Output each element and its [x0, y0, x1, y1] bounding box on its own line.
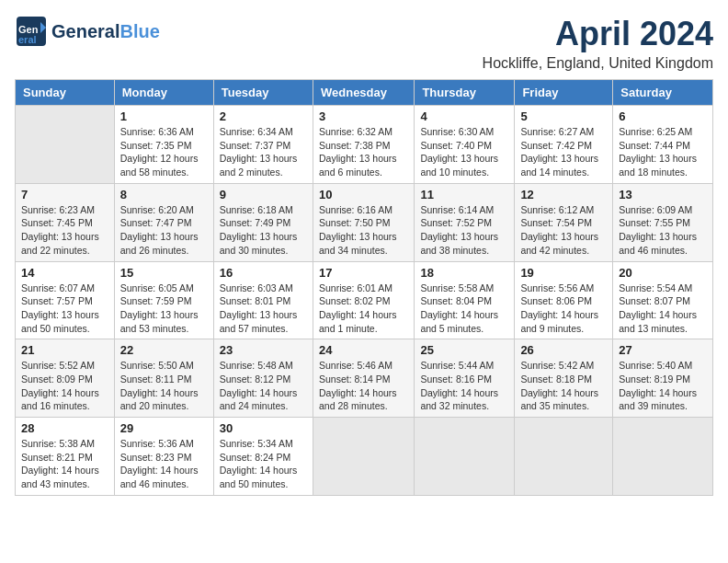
calendar-cell: 29Sunrise: 5:36 AMSunset: 8:23 PMDayligh…	[114, 418, 213, 496]
day-number: 22	[120, 343, 208, 357]
calendar-cell: 25Sunrise: 5:44 AMSunset: 8:16 PMDayligh…	[415, 339, 515, 418]
calendar-cell: 27Sunrise: 5:40 AMSunset: 8:19 PMDayligh…	[613, 339, 713, 418]
title-block: April 2024 Hockliffe, England, United Ki…	[483, 15, 713, 72]
logo-general: General	[51, 21, 119, 41]
sunrise-text: Sunrise: 6:25 AM	[619, 126, 692, 137]
daylight-text: Daylight: 12 hours and 58 minutes.	[120, 153, 199, 178]
header-cell-sunday: Sunday	[16, 80, 115, 106]
sunset-text: Sunset: 8:12 PM	[220, 373, 291, 385]
sunset-text: Sunset: 8:09 PM	[21, 373, 93, 385]
daylight-text: Daylight: 13 hours and 46 minutes.	[619, 231, 697, 256]
sunset-text: Sunset: 8:16 PM	[420, 373, 492, 385]
sunrise-text: Sunrise: 5:54 AM	[619, 282, 692, 293]
week-row-3: 14Sunrise: 6:07 AMSunset: 7:57 PMDayligh…	[16, 261, 713, 339]
day-number: 30	[220, 421, 307, 435]
sunset-text: Sunset: 7:44 PM	[619, 140, 690, 151]
daylight-text: Daylight: 14 hours and 24 minutes.	[220, 387, 298, 412]
day-number: 9	[220, 188, 307, 201]
day-number: 13	[619, 188, 707, 201]
day-info: Sunrise: 5:48 AMSunset: 8:12 PMDaylight:…	[220, 359, 307, 413]
day-info: Sunrise: 6:34 AMSunset: 7:37 PMDaylight:…	[220, 125, 307, 179]
day-number: 12	[520, 188, 607, 201]
header-cell-saturday: Saturday	[613, 80, 713, 106]
header-cell-monday: Monday	[114, 80, 213, 106]
day-number: 28	[21, 421, 108, 435]
daylight-text: Daylight: 14 hours and 50 minutes.	[220, 465, 298, 489]
calendar-cell: 16Sunrise: 6:03 AMSunset: 8:01 PMDayligh…	[213, 261, 313, 339]
sunrise-text: Sunrise: 6:12 AM	[520, 204, 594, 215]
sunrise-text: Sunrise: 6:03 AM	[220, 282, 293, 293]
sunrise-text: Sunrise: 6:34 AM	[220, 126, 293, 137]
sunrise-text: Sunrise: 6:27 AM	[520, 126, 594, 137]
day-info: Sunrise: 6:14 AMSunset: 7:52 PMDaylight:…	[420, 203, 508, 258]
day-info: Sunrise: 6:12 AMSunset: 7:54 PMDaylight:…	[520, 203, 607, 258]
day-info: Sunrise: 6:23 AMSunset: 7:45 PMDaylight:…	[21, 203, 108, 258]
sunset-text: Sunset: 8:21 PM	[21, 452, 93, 463]
day-info: Sunrise: 6:36 AMSunset: 7:35 PMDaylight:…	[120, 125, 208, 179]
sunrise-text: Sunrise: 6:14 AM	[420, 204, 494, 215]
day-info: Sunrise: 5:56 AMSunset: 8:06 PMDaylight:…	[520, 282, 607, 336]
day-number: 3	[319, 109, 408, 123]
daylight-text: Daylight: 13 hours and 57 minutes.	[220, 309, 298, 334]
page-title: April 2024	[483, 15, 713, 53]
daylight-text: Daylight: 13 hours and 18 minutes.	[619, 153, 697, 178]
day-info: Sunrise: 6:16 AMSunset: 7:50 PMDaylight:…	[319, 203, 408, 258]
sunrise-text: Sunrise: 5:48 AM	[220, 360, 293, 371]
sunrise-text: Sunrise: 5:50 AM	[120, 360, 194, 371]
day-info: Sunrise: 5:40 AMSunset: 8:19 PMDaylight:…	[619, 359, 707, 413]
header-cell-tuesday: Tuesday	[213, 80, 313, 106]
calendar-cell: 3Sunrise: 6:32 AMSunset: 7:38 PMDaylight…	[313, 106, 414, 184]
daylight-text: Daylight: 14 hours and 39 minutes.	[619, 387, 697, 412]
header-cell-thursday: Thursday	[415, 80, 515, 106]
calendar-cell	[415, 418, 515, 496]
day-number: 19	[520, 266, 607, 280]
logo-blue: Blue	[119, 21, 159, 41]
calendar-cell: 4Sunrise: 6:30 AMSunset: 7:40 PMDaylight…	[415, 106, 515, 184]
sunset-text: Sunset: 8:06 PM	[520, 295, 592, 306]
sunrise-text: Sunrise: 6:09 AM	[619, 204, 692, 215]
day-info: Sunrise: 6:27 AMSunset: 7:42 PMDaylight:…	[520, 125, 607, 179]
daylight-text: Daylight: 14 hours and 16 minutes.	[21, 387, 99, 412]
daylight-text: Daylight: 13 hours and 2 minutes.	[220, 153, 298, 178]
calendar-cell: 12Sunrise: 6:12 AMSunset: 7:54 PMDayligh…	[515, 183, 613, 261]
header-row: SundayMondayTuesdayWednesdayThursdayFrid…	[16, 80, 713, 106]
sunrise-text: Sunrise: 6:01 AM	[319, 282, 392, 293]
calendar-cell: 9Sunrise: 6:18 AMSunset: 7:49 PMDaylight…	[213, 183, 313, 261]
header-cell-wednesday: Wednesday	[313, 80, 414, 106]
daylight-text: Daylight: 14 hours and 35 minutes.	[520, 387, 598, 412]
sunset-text: Sunset: 7:42 PM	[520, 140, 592, 151]
sunrise-text: Sunrise: 5:38 AM	[21, 438, 95, 449]
daylight-text: Daylight: 13 hours and 53 minutes.	[120, 309, 199, 334]
daylight-text: Daylight: 14 hours and 13 minutes.	[619, 309, 697, 334]
day-number: 27	[619, 343, 707, 357]
sunrise-text: Sunrise: 6:30 AM	[420, 126, 494, 137]
sunset-text: Sunset: 8:02 PM	[319, 295, 391, 306]
daylight-text: Daylight: 13 hours and 10 minutes.	[420, 153, 498, 178]
calendar-cell	[613, 418, 713, 496]
day-info: Sunrise: 5:50 AMSunset: 8:11 PMDaylight:…	[120, 359, 208, 413]
daylight-text: Daylight: 13 hours and 38 minutes.	[420, 231, 498, 256]
day-number: 23	[220, 343, 307, 357]
sunrise-text: Sunrise: 5:40 AM	[619, 360, 692, 371]
sunset-text: Sunset: 8:18 PM	[520, 373, 592, 385]
daylight-text: Daylight: 14 hours and 28 minutes.	[319, 387, 397, 412]
calendar-cell: 17Sunrise: 6:01 AMSunset: 8:02 PMDayligh…	[313, 261, 414, 339]
sunrise-text: Sunrise: 6:36 AM	[120, 126, 194, 137]
week-row-4: 21Sunrise: 5:52 AMSunset: 8:09 PMDayligh…	[16, 339, 713, 418]
day-number: 21	[21, 343, 108, 357]
daylight-text: Daylight: 14 hours and 9 minutes.	[520, 309, 598, 334]
calendar-cell: 8Sunrise: 6:20 AMSunset: 7:47 PMDaylight…	[114, 183, 213, 261]
sunrise-text: Sunrise: 6:05 AM	[120, 282, 194, 293]
svg-text:eral: eral	[18, 34, 37, 45]
sunrise-text: Sunrise: 6:23 AM	[21, 204, 95, 215]
sunrise-text: Sunrise: 6:32 AM	[319, 126, 392, 137]
sunrise-text: Sunrise: 5:34 AM	[220, 438, 293, 449]
sunrise-text: Sunrise: 6:16 AM	[319, 204, 392, 215]
day-number: 14	[21, 266, 108, 280]
daylight-text: Daylight: 13 hours and 50 minutes.	[21, 309, 99, 334]
calendar-cell: 5Sunrise: 6:27 AMSunset: 7:42 PMDaylight…	[515, 106, 613, 184]
sunrise-text: Sunrise: 6:18 AM	[220, 204, 293, 215]
sunset-text: Sunset: 7:57 PM	[21, 295, 93, 306]
calendar-cell: 28Sunrise: 5:38 AMSunset: 8:21 PMDayligh…	[16, 418, 115, 496]
sunset-text: Sunset: 7:40 PM	[420, 140, 492, 151]
